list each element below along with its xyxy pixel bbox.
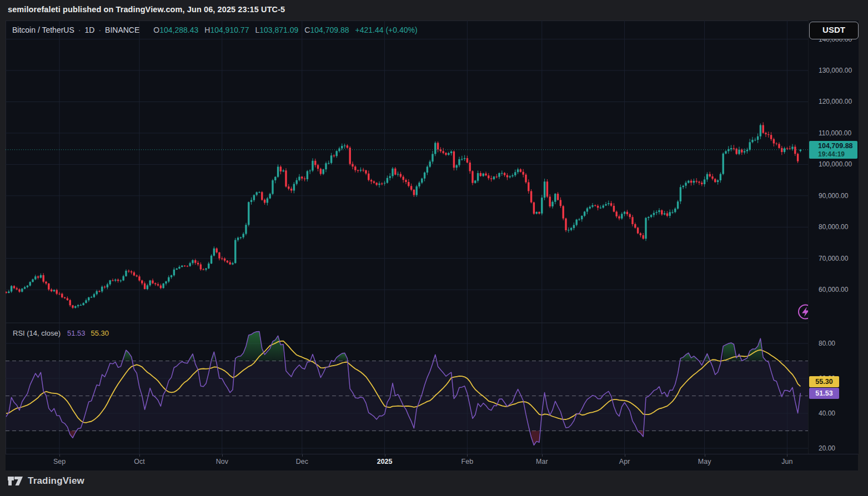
time-axis-label: Feb xyxy=(461,458,474,465)
rsi-axis-label: 40.00 xyxy=(819,409,835,418)
time-axis-tick xyxy=(222,454,223,457)
time-axis-tick xyxy=(385,454,385,457)
tradingview-brand-text: TradingView xyxy=(28,475,84,487)
price-axis-label: 70,000.00 xyxy=(819,254,848,263)
rsi-header: RSI (14, close)51.5355.30 xyxy=(13,329,109,337)
separator: · xyxy=(78,26,81,34)
chart-widget: Bitcoin / TetherUS·1D·BINANCEO104,288.43… xyxy=(6,21,858,470)
symbol-title[interactable]: Bitcoin / TetherUS xyxy=(12,26,74,34)
ohlc-label: C xyxy=(304,26,310,34)
time-axis-tick xyxy=(139,454,140,457)
time-axis-label: Mar xyxy=(536,458,548,465)
ohlc-label: H xyxy=(204,26,210,34)
currency-toggle-button[interactable]: USDT xyxy=(809,22,859,39)
lightning-icon[interactable] xyxy=(799,305,808,319)
rsi-axis-label: 20.00 xyxy=(819,444,835,453)
time-axis-tick xyxy=(302,454,303,457)
rsi-value: 51.53 xyxy=(67,329,86,337)
time-axis-label: Apr xyxy=(619,458,630,465)
time-axis-label: 2025 xyxy=(377,458,393,465)
attribution-text: semilorefaleti published on TradingView.… xyxy=(8,5,285,14)
price-axis-label: 130,000.00 xyxy=(819,66,852,75)
ohlc-values: O104,288.43H104,910.77L103,871.09C104,70… xyxy=(147,26,349,34)
timeframe-label[interactable]: 1D xyxy=(84,26,94,34)
attribution-bar: semilorefaleti published on TradingView.… xyxy=(0,0,868,21)
time-axis-label: Oct xyxy=(134,458,144,465)
time-axis-label: Dec xyxy=(296,458,308,465)
price-axis-label: 110,000.00 xyxy=(819,129,851,138)
price-axis-label: 100,000.00 xyxy=(819,160,852,169)
time-axis-label: Sep xyxy=(53,458,66,465)
current-price-value: 104,709.88 xyxy=(818,141,857,151)
candlestick-rsi-chart-canvas[interactable] xyxy=(6,21,808,454)
time-axis-label: May xyxy=(698,458,711,465)
ohlc-value: 103,871.09 xyxy=(259,26,298,34)
separator: · xyxy=(98,26,101,34)
tradingview-published-chart: semilorefaleti published on TradingView.… xyxy=(0,0,868,496)
ohlc-label: O xyxy=(153,26,159,34)
time-axis-tick xyxy=(59,454,60,457)
time-axis-tick xyxy=(542,454,543,457)
tradingview-logo-link[interactable]: TradingView xyxy=(8,475,84,487)
tradingview-icon xyxy=(8,475,23,487)
price-axis-label: 120,000.00 xyxy=(819,97,852,106)
rsi-ma-value: 55.30 xyxy=(91,329,109,337)
price-axis-label: 90,000.00 xyxy=(819,191,848,200)
rsi-ma-badge: 55.30 xyxy=(809,376,839,387)
time-axis-label: Jun xyxy=(781,458,792,465)
time-axis-tick xyxy=(625,454,625,457)
time-axis-label: Nov xyxy=(216,458,228,465)
bar-countdown: 19:44:19 xyxy=(818,151,857,158)
ohlc-value: 104,709.88 xyxy=(310,26,349,34)
rsi-title[interactable]: RSI (14, close) xyxy=(13,329,61,337)
time-axis-tick xyxy=(705,454,705,457)
change-value: +421.44 (+0.40%) xyxy=(355,26,418,34)
rsi-value-badge: 51.53 xyxy=(809,388,839,399)
time-scale[interactable]: SepOctNovDec2025FebMarAprMayJun xyxy=(6,454,858,470)
rsi-axis-label: 80.00 xyxy=(819,339,835,348)
symbol-header: Bitcoin / TetherUS·1D·BINANCEO104,288.43… xyxy=(12,26,418,34)
price-axis-label: 80,000.00 xyxy=(819,222,848,231)
time-axis-tick xyxy=(467,454,468,457)
ohlc-value: 104,910.77 xyxy=(210,26,249,34)
ohlc-value: 104,288.43 xyxy=(159,26,198,34)
price-scale[interactable]: 104,709.88 19:44:19 55.30 51.53 140,000.… xyxy=(808,21,859,454)
exchange-label[interactable]: BINANCE xyxy=(105,26,139,34)
current-price-badge: 104,709.88 19:44:19 xyxy=(809,141,857,159)
price-axis-label: 60,000.00 xyxy=(819,285,848,294)
time-axis-tick xyxy=(787,454,787,457)
